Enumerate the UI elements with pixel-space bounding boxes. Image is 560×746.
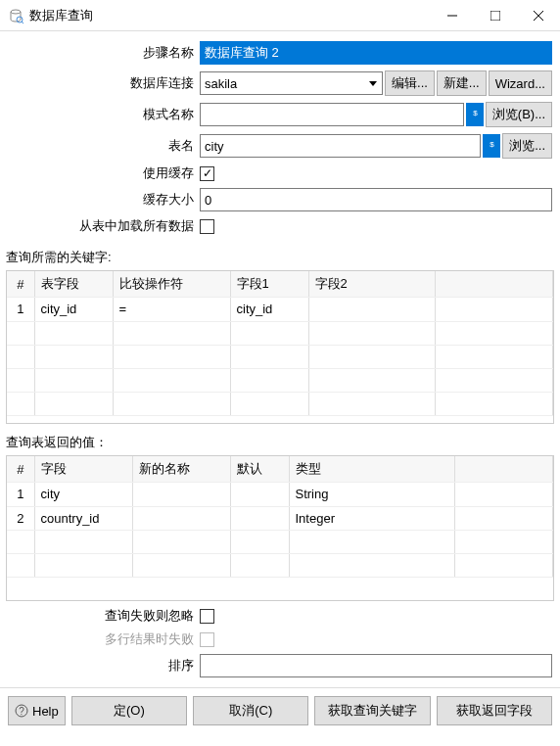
cancel-button[interactable]: 取消(C) [193, 696, 308, 725]
keys-grid: # 表字段 比较操作符 字段1 字段2 1 city_id = city_id [6, 270, 554, 424]
ret-col-newname: 新的名称 [132, 456, 230, 483]
table-browse-button[interactable]: 浏览... [502, 133, 552, 159]
get-keys-button[interactable]: 获取查询关键字 [314, 696, 430, 725]
button-bar: ? Help 定(O) 取消(C) 获取查询关键字 获取返回字段 [0, 687, 560, 733]
schema-browse-button[interactable]: 浏览(B)... [486, 102, 552, 127]
ret-col-type: 类型 [289, 456, 455, 483]
sort-input[interactable] [200, 654, 552, 677]
get-return-button[interactable]: 获取返回字段 [437, 696, 552, 725]
close-button[interactable] [517, 0, 560, 31]
sort-label: 排序 [8, 657, 200, 675]
keys-col-f2: 字段2 [308, 271, 436, 298]
table-row [7, 530, 553, 553]
new-connection-button[interactable]: 新建... [437, 70, 487, 96]
main-form: 步骤名称 数据库连接 sakila 编辑... 新建... Wizard... … [0, 31, 560, 245]
maximize-button[interactable] [474, 0, 517, 31]
svg-rect-4 [490, 11, 500, 21]
table-row [7, 368, 553, 392]
connection-select[interactable]: sakila [200, 71, 383, 95]
ret-col-field: 字段 [34, 456, 132, 483]
edit-connection-button[interactable]: 编辑... [385, 70, 435, 96]
table-row: 1 city String [7, 483, 553, 506]
ret-col-def: 默认 [230, 456, 289, 483]
table-var-button[interactable] [483, 134, 500, 158]
keys-section-title: 查询所需的关键字: [0, 245, 560, 270]
load-all-checkbox[interactable] [200, 219, 214, 234]
use-cache-label: 使用缓存 [8, 164, 200, 182]
table-row [7, 392, 553, 415]
keys-grid-body[interactable]: 1 city_id = city_id [7, 298, 553, 423]
ignore-fail-label: 查询失败则忽略 [8, 607, 200, 625]
use-cache-checkbox[interactable] [200, 166, 214, 181]
keys-col-field: 表字段 [34, 271, 113, 298]
table-row [7, 553, 553, 577]
titlebar: 数据库查询 [0, 0, 560, 31]
wizard-button[interactable]: Wizard... [489, 70, 552, 96]
step-name-label: 步骤名称 [8, 44, 200, 62]
table-label: 表名 [8, 137, 200, 155]
footer-form: 查询失败则忽略 多行结果时失败 排序 [0, 601, 560, 687]
window-title: 数据库查询 [29, 7, 431, 24]
minimize-button[interactable] [431, 0, 474, 31]
load-all-label: 从表中加载所有数据 [8, 217, 200, 235]
schema-label: 模式名称 [8, 106, 200, 123]
schema-var-button[interactable] [466, 103, 484, 126]
ret-col-blank [455, 456, 553, 483]
table-row: 2 country_id Integer [7, 506, 553, 530]
svg-text:?: ? [19, 706, 24, 717]
ignore-fail-checkbox[interactable] [200, 609, 214, 624]
keys-col-f1: 字段1 [230, 271, 308, 298]
return-grid-body[interactable]: 1 city String 2 country_id Integer [7, 483, 553, 600]
cache-size-label: 缓存大小 [8, 191, 200, 209]
table-row [7, 321, 553, 345]
svg-line-2 [22, 22, 23, 23]
svg-point-0 [11, 10, 21, 14]
keys-col-blank [436, 271, 553, 298]
table-input[interactable] [200, 134, 481, 158]
cache-size-input[interactable] [200, 188, 552, 211]
multirow-fail-label: 多行结果时失败 [8, 630, 200, 648]
app-icon [8, 8, 23, 23]
return-section-title: 查询表返回的值： [0, 430, 560, 455]
help-icon: ? [15, 704, 28, 718]
ok-button[interactable]: 定(O) [71, 696, 187, 725]
multirow-fail-checkbox [200, 632, 214, 647]
connection-label: 数据库连接 [8, 74, 200, 92]
keys-col-op: 比较操作符 [113, 271, 230, 298]
return-grid: # 字段 新的名称 默认 类型 1 city String 2 country_… [6, 455, 554, 601]
table-row [7, 345, 553, 368]
ret-col-num: # [7, 456, 34, 483]
step-name-input[interactable] [200, 41, 552, 65]
keys-col-num: # [7, 271, 34, 298]
schema-input[interactable] [200, 103, 464, 126]
table-row: 1 city_id = city_id [7, 298, 553, 321]
help-button[interactable]: ? Help [8, 696, 66, 725]
